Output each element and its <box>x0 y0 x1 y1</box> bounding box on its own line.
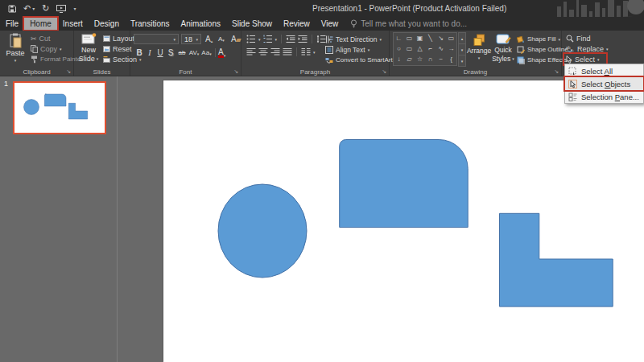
numbering-icon[interactable] <box>263 35 273 43</box>
bold-button[interactable]: B <box>134 48 144 57</box>
cut-button[interactable]: ✂ Cut <box>31 33 51 43</box>
shape-gallery-item[interactable]: ╲ <box>425 33 436 43</box>
tab-file[interactable]: File <box>0 18 24 30</box>
shape-gallery-item[interactable]: ▭ <box>404 33 415 43</box>
find-button[interactable]: Find <box>566 33 591 43</box>
format-painter-icon <box>31 56 38 64</box>
shape-gallery-item[interactable]: ○ <box>394 43 404 54</box>
reset-icon <box>103 46 110 52</box>
shape-gallery-item[interactable]: ↓ <box>394 55 404 65</box>
replace-button[interactable]: ab Replace▾ <box>566 43 609 54</box>
shape-gallery-item[interactable]: △ <box>415 43 425 54</box>
clear-formatting-button[interactable]: A <box>231 35 241 43</box>
tab-insert[interactable]: Insert <box>57 18 89 30</box>
font-size-combobox[interactable]: 18▾ <box>181 34 201 44</box>
arrange-button[interactable]: Arrange ▾ <box>469 34 489 60</box>
start-slideshow-icon[interactable] <box>56 5 66 13</box>
quick-styles-button[interactable]: Quick Styles▾ <box>491 34 515 63</box>
select-all-icon <box>568 67 577 76</box>
align-left-icon[interactable] <box>246 47 256 56</box>
shape-gallery-item[interactable]: ∿ <box>436 43 446 54</box>
change-case-button[interactable]: Aa▾ <box>200 49 213 56</box>
group-slides: New Slide▾ Layout ▾ Reset Section ▾ Slid… <box>74 31 130 76</box>
gallery-scroll-up-icon[interactable]: ▴ <box>458 32 466 44</box>
shape-gallery-item[interactable]: { <box>446 55 456 65</box>
align-text-button[interactable]: Align Text▾ <box>325 44 369 55</box>
shape-effects-icon <box>517 56 525 64</box>
tab-transitions[interactable]: Transitions <box>125 18 175 30</box>
text-shadow-button[interactable]: S <box>166 48 175 57</box>
menu-item-select-objects[interactable]: Select Objects <box>565 77 643 90</box>
tab-home[interactable]: Home <box>24 18 57 30</box>
undo-dropdown-icon[interactable]: ▾ <box>32 6 35 11</box>
tab-slide-show[interactable]: Slide Show <box>226 18 278 30</box>
smartart-icon <box>325 56 333 64</box>
gallery-more-icon[interactable]: ▾ <box>458 55 466 67</box>
shape-gallery-item[interactable]: ▱ <box>404 55 415 65</box>
layout-icon <box>103 35 110 42</box>
convert-to-smartart-button[interactable]: Convert to SmartArt▾ <box>325 55 397 65</box>
redo-icon[interactable]: ↻ <box>42 4 49 13</box>
font-name-combobox[interactable]: ▾ <box>134 34 179 44</box>
shape-gallery-item[interactable]: ∟ <box>394 33 404 43</box>
drawing-dialog-launcher-icon[interactable]: ↘ <box>554 68 559 75</box>
shape-gallery-item[interactable]: ~ <box>436 55 446 65</box>
shape-gallery-item[interactable]: ⌐ <box>425 43 436 54</box>
increase-indent-icon[interactable] <box>298 35 308 43</box>
shape-gallery-item[interactable]: ▭ <box>446 33 456 43</box>
shape-gallery-item[interactable]: ▭ <box>404 43 415 54</box>
copy-icon <box>31 45 38 53</box>
justify-icon[interactable] <box>283 47 292 56</box>
italic-button[interactable]: I <box>145 48 155 57</box>
customize-qat-icon[interactable]: ▾ <box>73 6 76 11</box>
shape-l-shape[interactable] <box>500 213 613 306</box>
ribbon: Paste ▾ ✂ Cut Copy ▾ Format Painter Clip… <box>0 31 644 76</box>
strikethrough-button[interactable]: ab <box>176 49 188 56</box>
align-right-icon[interactable] <box>270 47 280 56</box>
character-spacing-button[interactable]: AV▾ <box>188 49 200 56</box>
new-slide-button[interactable]: New Slide▾ <box>76 33 101 63</box>
shape-round-corner-rectangle[interactable] <box>340 140 469 228</box>
align-center-icon[interactable] <box>258 47 268 56</box>
font-size-value: 18 <box>184 35 192 43</box>
shape-gallery-item[interactable]: → <box>446 43 456 54</box>
underline-button[interactable]: U <box>155 48 165 57</box>
paste-dropdown-icon[interactable]: ▾ <box>14 58 17 63</box>
menu-item-select-all[interactable]: Select All <box>565 64 643 77</box>
tab-view[interactable]: View <box>316 18 345 30</box>
shape-gallery-item[interactable]: ▣ <box>415 33 425 43</box>
tab-animations[interactable]: Animations <box>175 18 226 30</box>
increase-font-size-button[interactable]: A▴ <box>205 35 213 43</box>
clipboard-dialog-launcher-icon[interactable]: ↘ <box>66 68 71 75</box>
bullets-icon[interactable] <box>246 35 256 43</box>
text-direction-button[interactable]: Text Direction▾ <box>325 34 382 44</box>
font-color-button[interactable]: A▾ <box>218 48 225 58</box>
shape-fill-button[interactable]: Shape Fill▾ <box>517 34 560 44</box>
undo-button[interactable]: ↶▾ <box>23 4 35 13</box>
thumb-round-rect <box>44 94 66 106</box>
reset-button[interactable]: Reset <box>103 43 132 54</box>
copy-button[interactable]: Copy ▾ <box>31 43 62 54</box>
tell-me-box[interactable]: Tell me what you want to do... <box>350 19 467 28</box>
decrease-indent-icon[interactable] <box>286 35 295 43</box>
shape-outline-icon <box>517 46 525 54</box>
shape-gallery-item[interactable]: ☆ <box>415 55 425 65</box>
title-bar: ↶▾ ↻ ▾ Presentation1 - PowerPoint (Produ… <box>0 0 644 17</box>
shape-gallery-item[interactable]: ∩ <box>425 55 436 65</box>
slide-canvas[interactable] <box>163 80 644 362</box>
shape-ellipse[interactable] <box>218 184 307 278</box>
paragraph-dialog-launcher-icon[interactable]: ↘ <box>382 68 386 75</box>
tab-review[interactable]: Review <box>278 18 316 30</box>
font-dialog-launcher-icon[interactable]: ↘ <box>233 68 238 75</box>
clipboard-group-label: Clipboard <box>0 68 73 76</box>
slide-1-thumbnail[interactable] <box>13 81 106 134</box>
columns-icon[interactable] <box>301 47 311 56</box>
tab-design[interactable]: Design <box>89 18 125 30</box>
ribbon-tab-bar: File Home Insert Design Transitions Anim… <box>0 17 644 31</box>
save-icon[interactable] <box>8 5 16 13</box>
paste-button[interactable]: Paste ▾ <box>3 33 27 63</box>
shape-gallery-item[interactable]: ↘ <box>436 33 446 43</box>
menu-item-selection-pane[interactable]: Selection Pane... <box>565 90 643 103</box>
decrease-font-size-button[interactable]: A▾ <box>218 35 225 43</box>
gallery-scroll-down-icon[interactable]: ▾ <box>458 43 466 56</box>
